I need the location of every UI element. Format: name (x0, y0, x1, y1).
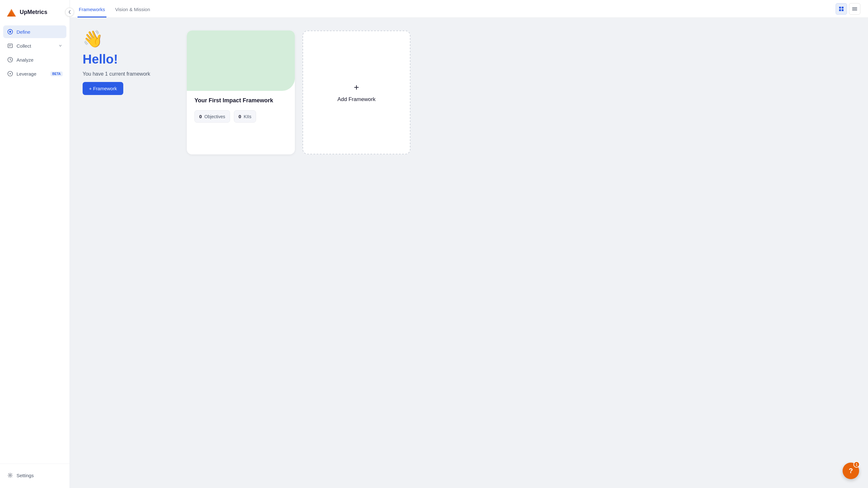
svg-rect-5 (8, 44, 12, 48)
kiis-count: 0 (239, 114, 241, 119)
sidebar: UpMetrics Define Collect (0, 0, 70, 488)
welcome-left: 👋 Hello! You have 1 current framework + … (83, 30, 172, 95)
leverage-icon (7, 70, 13, 77)
add-framework-button[interactable]: + Framework (83, 82, 123, 95)
sidebar-collapse-button[interactable] (65, 8, 74, 17)
sidebar-item-define[interactable]: Define (3, 25, 66, 38)
svg-point-11 (9, 475, 11, 476)
logo-area: UpMetrics (0, 0, 69, 25)
sidebar-item-define-label: Define (17, 29, 63, 35)
define-icon (7, 29, 13, 35)
card-banner (187, 30, 295, 91)
tabs: Frameworks Vision & Mission (78, 0, 159, 18)
beta-badge: BETA (51, 71, 63, 76)
tab-frameworks[interactable]: Frameworks (78, 7, 106, 18)
card-body: Your First Impact Framework 0 Objectives… (187, 91, 295, 130)
sidebar-bottom: Settings (0, 463, 69, 488)
view-controls (836, 3, 860, 14)
framework-card[interactable]: Your First Impact Framework 0 Objectives… (187, 30, 295, 154)
add-card-label: Add Framework (337, 96, 376, 102)
top-bar: Frameworks Vision & Mission (70, 0, 868, 18)
main-content: Frameworks Vision & Mission (70, 0, 868, 488)
objectives-count: 0 (199, 114, 202, 119)
collect-chevron-icon (58, 43, 63, 48)
app-name: UpMetrics (20, 9, 47, 16)
hello-heading: Hello! (83, 52, 172, 66)
sidebar-item-collect[interactable]: Collect (3, 39, 66, 52)
svg-rect-15 (842, 9, 843, 11)
grid-view-button[interactable] (836, 3, 847, 14)
svg-point-4 (9, 31, 11, 33)
logo-icon (6, 6, 17, 18)
help-button[interactable]: 1 ? (843, 463, 859, 479)
add-framework-card[interactable]: + Add Framework (303, 30, 410, 154)
nav-items: Define Collect (0, 25, 69, 463)
help-badge: 1 (854, 461, 860, 468)
add-card-plus-icon: + (354, 82, 359, 92)
card-title: Your First Impact Framework (194, 97, 287, 104)
sidebar-item-analyze[interactable]: Analyze (3, 53, 66, 66)
svg-rect-13 (842, 7, 843, 8)
tab-vision-mission[interactable]: Vision & Mission (114, 7, 152, 18)
kiis-badge: 0 KIIs (234, 110, 256, 123)
analyze-icon (7, 57, 13, 63)
welcome-section: 👋 Hello! You have 1 current framework + … (83, 30, 855, 154)
svg-point-10 (9, 73, 11, 74)
card-stats: 0 Objectives 0 KIIs (194, 110, 287, 123)
content-area: 👋 Hello! You have 1 current framework + … (70, 18, 868, 488)
objectives-badge: 0 Objectives (194, 110, 230, 123)
kiis-label: KIIs (244, 114, 251, 119)
settings-label: Settings (17, 473, 63, 478)
wave-icon: 👋 (83, 30, 172, 47)
sidebar-item-leverage[interactable]: Leverage BETA (3, 67, 66, 80)
sidebar-item-leverage-label: Leverage (17, 71, 46, 77)
svg-rect-14 (839, 9, 841, 11)
collect-icon (7, 42, 13, 49)
framework-count-text: You have 1 current framework (83, 71, 172, 77)
list-view-button[interactable] (849, 3, 860, 14)
svg-rect-12 (839, 7, 841, 8)
sidebar-item-collect-label: Collect (17, 43, 55, 49)
settings-icon (7, 472, 13, 479)
objectives-label: Objectives (204, 114, 225, 119)
sidebar-item-analyze-label: Analyze (17, 57, 63, 63)
sidebar-item-settings[interactable]: Settings (3, 469, 66, 482)
help-icon: ? (848, 467, 853, 475)
cards-area: Your First Impact Framework 0 Objectives… (187, 30, 855, 154)
